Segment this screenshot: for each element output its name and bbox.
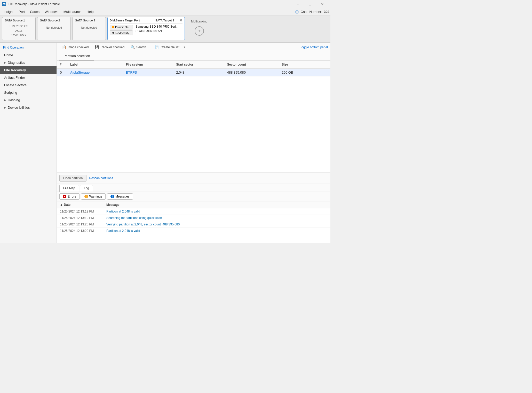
log-cell-date-1: 11/25/2024 12:13:19 PM — [57, 208, 103, 215]
device-tab-disksense[interactable]: DiskSense Target Port SATA Target 1 ✕ Po… — [107, 17, 185, 40]
expand-icon-hashing: ▶ — [4, 99, 6, 101]
device-tabs: SATA Source 1 ST9320328CS AC16 S2WDJV2Y … — [0, 15, 330, 43]
create-file-list-label: Create file list... — [161, 45, 182, 49]
log-col-message: Message — [103, 201, 324, 208]
recover-checked-button[interactable]: 💾 Recover checked — [92, 44, 127, 50]
disksense-device-name: Samsung SSD 840 PRO Seri... — [136, 25, 178, 28]
disksense-controls: Power: On ↺ Re-Identify — [110, 25, 133, 35]
maximize-button[interactable]: □ — [304, 0, 316, 8]
reidentify-icon: ↺ — [112, 31, 114, 35]
image-checked-button[interactable]: 📋 Image checked — [59, 44, 91, 50]
menu-port[interactable]: Port — [16, 9, 27, 15]
filter-messages-button[interactable]: i Messages — [107, 193, 133, 200]
search-button[interactable]: 🔍 Search... — [128, 44, 151, 50]
cell-size: 250 GB — [279, 69, 317, 76]
create-file-list-button[interactable]: 📄 Create file list... ▼ — [152, 44, 188, 50]
menu-windows[interactable]: Windows — [42, 9, 61, 15]
col-header-fs: File system — [123, 61, 173, 69]
partition-tab-panel: Partition selection — [57, 52, 330, 61]
cell-label[interactable]: AtolaStorage — [67, 69, 123, 76]
log-table: ▲ Date Message 11/25/2024 12:13:19 PM Pa… — [57, 201, 330, 234]
cell-extra — [317, 69, 330, 76]
toggle-bottom-panel-link[interactable]: Toggle bottom panel — [300, 45, 328, 49]
open-partition-button[interactable]: Open partition — [59, 175, 86, 182]
menu-insight[interactable]: Insight — [1, 9, 16, 15]
device-tab-sata1-title: SATA Source 1 — [5, 19, 33, 22]
add-case-icon[interactable]: ⊕ — [295, 9, 299, 15]
log-cell-message-3: Verifying partition at 2,048, sector cou… — [103, 221, 324, 228]
cell-sector-count: 488,395,080 — [224, 69, 279, 76]
sidebar-item-artifact-finder[interactable]: Artifact Finder — [0, 74, 57, 81]
case-number-area: ⊕ Case Number: 302 — [295, 9, 329, 15]
minimize-button[interactable]: − — [292, 0, 304, 8]
tab-partition-selection[interactable]: Partition selection — [59, 52, 94, 60]
filter-errors-button[interactable]: ✕ Errors — [59, 193, 80, 200]
window-title: File Recovery – Atola Insight Forensic — [8, 2, 292, 6]
close-button[interactable]: ✕ — [316, 0, 328, 8]
disksense-device-info: Samsung SSD 840 PRO Seri... S1ATNEAD6308… — [136, 25, 178, 36]
sidebar-item-file-recovery[interactable]: File Recovery — [0, 66, 57, 74]
col-header-label: Label — [67, 61, 123, 69]
power-on-button[interactable]: Power: On — [110, 25, 133, 29]
sidebar-item-locate-sectors[interactable]: Locate Sectors — [0, 81, 57, 89]
filter-warnings-button[interactable]: ! Warnings — [81, 193, 106, 200]
device-tab-sata3-content: Not detected — [75, 26, 103, 29]
multitasking-tab[interactable]: Multitasking + — [186, 17, 212, 36]
disksense-close-button[interactable]: ✕ — [179, 18, 182, 22]
main-layout: Find Operation Home ▶ Diagnostics File R… — [0, 43, 330, 243]
log-area: ▲ Date Message 11/25/2024 12:13:19 PM Pa… — [57, 201, 330, 243]
col-header-size: Size — [279, 61, 317, 69]
sidebar-item-locate-sectors-label: Locate Sectors — [4, 83, 27, 87]
sidebar: Find Operation Home ▶ Diagnostics File R… — [0, 43, 57, 243]
sidebar-item-hashing[interactable]: ▶ Hashing — [0, 96, 57, 104]
tab-log[interactable]: Log — [80, 185, 93, 192]
sidebar-item-hashing-label: Hashing — [8, 98, 20, 102]
filter-errors-label: Errors — [68, 195, 76, 198]
dropdown-arrow-icon: ▼ — [183, 46, 186, 49]
device-tab-sata1-content: ST9320328CS AC16 S2WDJV2Y — [5, 24, 33, 38]
log-tabs: File Map Log — [57, 184, 330, 192]
cell-fs[interactable]: BTRFS — [123, 69, 173, 76]
sidebar-item-device-utilities[interactable]: ▶ Device Utilities — [0, 104, 57, 111]
filter-warnings-label: Warnings — [89, 195, 102, 198]
create-file-list-icon: 📄 — [155, 45, 159, 49]
menu-help[interactable]: Help — [84, 9, 96, 15]
device-tab-sata3[interactable]: SATA Source 3 Not detected — [72, 17, 106, 40]
col-header-num: # — [57, 61, 67, 69]
device-tab-sata2-title: SATA Source 2 — [40, 19, 68, 22]
find-operation-link[interactable]: Find Operation — [0, 45, 57, 51]
log-col-date[interactable]: ▲ Date — [57, 201, 103, 208]
table-row[interactable]: 0 AtolaStorage BTRFS 2,048 488,395,080 2… — [57, 69, 330, 76]
errors-icon: ✕ — [63, 195, 66, 198]
device-tab-sata2[interactable]: SATA Source 2 Not detected — [37, 17, 71, 40]
device-tab-sata1[interactable]: SATA Source 1 ST9320328CS AC16 S2WDJV2Y — [2, 17, 36, 40]
reidentify-button[interactable]: ↺ Re-Identify — [110, 30, 133, 35]
sidebar-item-scripting[interactable]: Scripting — [0, 89, 57, 96]
menu-cases[interactable]: Cases — [27, 9, 42, 15]
disksense-title: DiskSense Target Port — [110, 19, 140, 22]
log-row: 11/25/2024 12:13:20 PM Verifying partiti… — [57, 221, 330, 228]
window-controls: − □ ✕ — [292, 0, 328, 8]
warnings-icon: ! — [84, 195, 88, 198]
menu-multilaunch[interactable]: Multi-launch — [61, 9, 84, 15]
app-icon: FR — [2, 2, 6, 6]
case-number-label: Case Number: — [300, 10, 322, 14]
multitasking-add-icon[interactable]: + — [195, 26, 204, 36]
sidebar-item-diagnostics[interactable]: ▶ Diagnostics — [0, 59, 57, 66]
col-header-extra — [317, 61, 330, 69]
search-icon: 🔍 — [131, 45, 135, 49]
image-checked-label: Image checked — [68, 45, 89, 49]
rescan-partitions-link[interactable]: Rescan partitions — [89, 176, 113, 180]
cell-start-sector: 2,048 — [173, 69, 224, 76]
expand-icon-device-utilities: ▶ — [4, 106, 6, 109]
tab-file-map[interactable]: File Map — [59, 185, 79, 192]
log-cell-date-2: 11/25/2024 12:13:19 PM — [57, 215, 103, 221]
sidebar-item-home[interactable]: Home — [0, 51, 57, 59]
recover-checked-icon: 💾 — [95, 45, 99, 49]
sidebar-item-file-recovery-label: File Recovery — [4, 68, 26, 72]
log-cell-date-3: 11/25/2024 12:13:20 PM — [57, 221, 103, 228]
log-cell-message-4: Partition at 2,048 is valid — [103, 228, 324, 234]
case-number-value: 302 — [324, 10, 329, 14]
sidebar-item-device-utilities-label: Device Utilities — [8, 106, 30, 109]
multitasking-label: Multitasking — [191, 20, 207, 23]
